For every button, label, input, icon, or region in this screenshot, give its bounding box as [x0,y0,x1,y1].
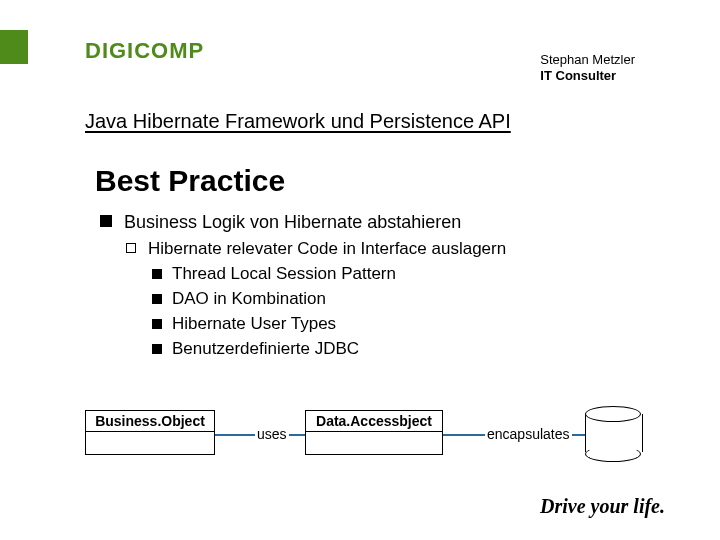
uml-class-name: Data.Accessbject [306,411,442,432]
relation-label-uses: uses [255,426,289,442]
uml-diagram: Business.Object uses Data.Accessbject en… [85,400,660,470]
slide-title: Best Practice [95,164,285,198]
uml-class-name: Business.Object [86,411,214,432]
database-icon [585,406,641,458]
bullet-l3: Thread Local Session Pattern [100,263,660,286]
tagline: Drive your life. [540,495,665,518]
bullet-content: Business Logik von Hibernate abstahieren… [100,210,660,363]
bullet-l3: Hibernate User Types [100,313,660,336]
bullet-l3: Benutzerdefinierte JDBC [100,338,660,361]
bullet-l3: DAO in Kombination [100,288,660,311]
uml-class-body [306,432,442,454]
author-block: Stephan Metzler IT Consulter [540,52,635,85]
course-title: Java Hibernate Framework und Persistence… [85,110,635,133]
uml-class-business-object: Business.Object [85,410,215,455]
uml-class-body [86,432,214,454]
bullet-l2: Hibernate relevater Code in Interface au… [100,238,660,261]
author-name: Stephan Metzler [540,52,635,68]
relation-label-encapsulates: encapsulates [485,426,572,442]
author-title: IT Consulter [540,68,635,84]
uml-class-data-access: Data.Accessbject [305,410,443,455]
slide-accent-bar [0,30,28,64]
bullet-l1: Business Logik von Hibernate abstahieren [100,210,660,234]
logo: DIGICOMP [85,38,204,64]
